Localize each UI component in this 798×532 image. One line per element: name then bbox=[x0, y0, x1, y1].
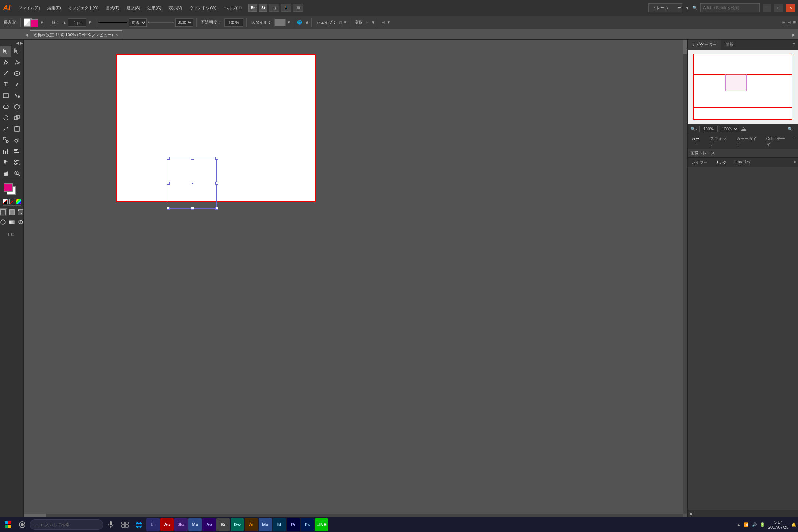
taskbar-indesign[interactable]: Id bbox=[273, 518, 286, 531]
opacity-input[interactable] bbox=[224, 18, 243, 27]
canvas-area[interactable] bbox=[24, 40, 687, 517]
taskbar-search-input[interactable] bbox=[30, 519, 103, 530]
paintbucket-tool[interactable] bbox=[11, 90, 23, 101]
taskbar-clock[interactable]: 5:17 2017/07/25 bbox=[768, 519, 788, 530]
taskbar-bridge[interactable]: Br bbox=[216, 518, 230, 531]
taskbar-sc[interactable]: Sc bbox=[174, 518, 188, 531]
fullscreen-mode-btn[interactable] bbox=[17, 208, 24, 216]
menu-edit[interactable]: 編集(E) bbox=[44, 0, 65, 16]
taskbar-premiere[interactable]: Pr bbox=[287, 518, 300, 531]
taskbar-muse[interactable]: Mu bbox=[188, 518, 202, 531]
pen-tool[interactable] bbox=[0, 57, 11, 68]
taskbar-acrobat[interactable]: Ac bbox=[160, 518, 174, 531]
transform-btn[interactable]: ⊡ bbox=[366, 20, 370, 25]
rotate-tool[interactable] bbox=[0, 112, 11, 123]
links-tab[interactable]: リンク bbox=[711, 158, 731, 167]
menu-help[interactable]: ヘルプ(H) bbox=[220, 0, 245, 16]
stroke-color-swatch[interactable] bbox=[30, 19, 38, 27]
color-guide-tab[interactable]: カラーガイド bbox=[733, 134, 763, 149]
stroke-dash-select[interactable]: 基本 bbox=[175, 18, 193, 27]
type-tool[interactable]: T bbox=[0, 79, 11, 90]
handle-bc[interactable] bbox=[191, 207, 194, 210]
taskbar-line[interactable]: LINE bbox=[315, 518, 328, 531]
align-arrow[interactable]: ▼ bbox=[387, 20, 391, 24]
taskbar-cortana[interactable] bbox=[16, 518, 29, 531]
line-down-arrow[interactable]: ▼ bbox=[88, 20, 92, 24]
free-transform-tool[interactable] bbox=[11, 123, 23, 134]
warp-tool[interactable] bbox=[0, 123, 11, 134]
color-panel-menu[interactable]: ≡ bbox=[791, 134, 798, 149]
outline-mode-btn[interactable] bbox=[8, 208, 16, 216]
vertical-scrollbar[interactable] bbox=[683, 40, 687, 514]
grid-icon[interactable]: ⊞ bbox=[269, 4, 279, 12]
maximize-btn[interactable]: □ bbox=[774, 4, 783, 12]
color-theme-tab[interactable]: Color テーマ bbox=[763, 134, 791, 149]
line-segment-tool[interactable] bbox=[0, 68, 11, 79]
close-btn[interactable]: ✕ bbox=[786, 4, 795, 12]
polygon-tool[interactable] bbox=[11, 101, 23, 112]
libraries-tab[interactable]: Libraries bbox=[731, 158, 754, 167]
st-icon[interactable]: St bbox=[259, 4, 267, 12]
artboards-btn[interactable] bbox=[4, 229, 20, 240]
gradient-mesh-btn[interactable] bbox=[17, 218, 24, 226]
stock-search-input[interactable] bbox=[700, 3, 760, 12]
menu-effect[interactable]: 効果(C) bbox=[144, 0, 165, 16]
trace-dropdown[interactable]: トレース bbox=[648, 3, 682, 12]
stroke-arrow-btn[interactable]: ▼ bbox=[40, 20, 44, 25]
nav-zoom-input[interactable] bbox=[699, 126, 718, 132]
change-screen-mode-btn[interactable] bbox=[0, 218, 7, 226]
symbol-sprayer-tool[interactable] bbox=[11, 134, 23, 146]
brush-tool[interactable] bbox=[11, 68, 23, 79]
handle-ml[interactable] bbox=[167, 182, 170, 185]
stroke-box[interactable] bbox=[4, 183, 13, 192]
handle-br[interactable] bbox=[215, 207, 218, 210]
style-preview[interactable] bbox=[274, 19, 286, 26]
horizontal-scrollbar-thumb[interactable] bbox=[24, 514, 46, 517]
ellipse-tool[interactable] bbox=[0, 101, 11, 112]
handle-tr[interactable] bbox=[215, 157, 218, 160]
panel-expand-arrow[interactable]: ▶ bbox=[690, 511, 693, 516]
screen-icon[interactable]: 🖥 bbox=[293, 4, 303, 12]
style-arrow[interactable]: ▼ bbox=[287, 20, 291, 24]
default-colors-icon[interactable] bbox=[3, 199, 8, 204]
stroke-type-select[interactable]: 均等 bbox=[129, 18, 147, 27]
handle-tc[interactable] bbox=[191, 157, 194, 160]
layers-panel-menu[interactable]: ≡ bbox=[791, 158, 798, 167]
menu-view[interactable]: 表示(V) bbox=[165, 0, 186, 16]
transform-icon[interactable]: ⊕ bbox=[305, 20, 308, 25]
info-tab[interactable]: 情報 bbox=[721, 40, 739, 50]
nav-zoom-select[interactable]: 100% bbox=[720, 126, 739, 132]
normal-mode-btn[interactable] bbox=[0, 208, 7, 216]
tab-right-area[interactable]: ▶ bbox=[791, 30, 798, 39]
taskbar-task-view[interactable] bbox=[118, 518, 132, 531]
nav-zoom-in-icon[interactable]: 🔍+ bbox=[788, 127, 795, 132]
taskbar-photoshop[interactable]: Ps bbox=[301, 518, 314, 531]
align-btn[interactable]: ⊞ bbox=[381, 20, 385, 25]
taskbar-mic[interactable] bbox=[104, 518, 117, 531]
taskbar-lightroom[interactable]: Lr bbox=[146, 518, 160, 531]
handle-bl[interactable] bbox=[167, 207, 170, 210]
anchor-tool[interactable] bbox=[11, 57, 23, 68]
handle-tl[interactable] bbox=[167, 157, 170, 160]
direct-selection-tool[interactable] bbox=[11, 46, 23, 57]
hand-tool[interactable] bbox=[0, 168, 11, 179]
handle-mr[interactable] bbox=[215, 182, 218, 185]
tools-collapse-icon[interactable]: ◀ ▶ bbox=[16, 41, 23, 45]
taskbar-volume-icon[interactable]: 🔊 bbox=[752, 522, 757, 527]
shape-arrow[interactable]: ▼ bbox=[343, 20, 347, 24]
taskbar-edge[interactable]: 🌐 bbox=[132, 518, 146, 531]
taskbar-aftereffects[interactable]: Ae bbox=[202, 518, 216, 531]
image-trace-label[interactable]: 画像トレース bbox=[688, 149, 798, 158]
taskbar-illustrator[interactable]: Ai bbox=[245, 518, 258, 531]
menu-window[interactable]: ウィンドウ(W) bbox=[186, 0, 220, 16]
menu-type[interactable]: 書式(T) bbox=[102, 0, 123, 16]
tab-close-btn[interactable]: ✕ bbox=[115, 33, 118, 37]
document-tab-1[interactable]: 名称未設定-1* @ 100% (CMYK/プレビュー) ✕ bbox=[30, 30, 122, 39]
panel-arrange-icon[interactable]: ⊞ bbox=[782, 20, 786, 25]
globe-icon[interactable]: 🌐 bbox=[297, 20, 302, 25]
panel-menu-icon[interactable]: ≡ bbox=[793, 20, 796, 25]
vertical-scrollbar-thumb[interactable] bbox=[683, 40, 687, 54]
taskbar-muse2[interactable]: Mu bbox=[259, 518, 272, 531]
horizontal-scrollbar[interactable] bbox=[24, 514, 683, 517]
minimize-btn[interactable]: ─ bbox=[763, 4, 771, 12]
